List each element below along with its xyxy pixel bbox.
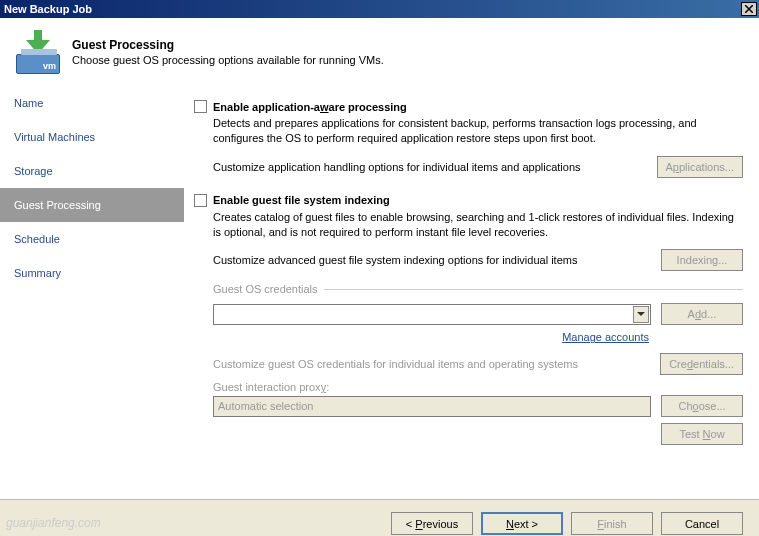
sidebar: Name Virtual Machines Storage Guest Proc…: [0, 86, 184, 499]
close-icon: [745, 5, 753, 13]
titlebar: New Backup Job: [0, 0, 759, 18]
applications-button[interactable]: Applications...: [657, 156, 744, 178]
sidebar-item-guest-processing[interactable]: Guest Processing: [0, 188, 184, 222]
proxy-combobox[interactable]: Automatic selection: [213, 396, 651, 417]
footer: < Previous Next > Finish Cancel: [0, 499, 759, 536]
guest-interaction-proxy-label: Guest interaction proxy:: [213, 381, 743, 393]
page-title: Guest Processing: [72, 38, 384, 52]
backup-icon: vm: [16, 30, 60, 74]
main-panel: Enable application-aware processing Dete…: [184, 86, 759, 499]
choose-proxy-button[interactable]: Choose...: [661, 395, 743, 417]
credentials-dropdown-button[interactable]: [633, 306, 649, 323]
customize-credentials-text: Customize guest OS credentials for indiv…: [213, 358, 578, 370]
app-aware-description: Detects and prepares applications for co…: [213, 116, 743, 146]
enable-indexing-label: Enable guest file system indexing: [213, 194, 390, 206]
test-now-button[interactable]: Test Now: [661, 423, 743, 445]
enable-app-aware-checkbox[interactable]: [194, 100, 207, 113]
manage-accounts-link[interactable]: Manage accounts: [562, 331, 649, 343]
credentials-button[interactable]: Credentials...: [660, 353, 743, 375]
indexing-customize-text: Customize advanced guest file system ind…: [213, 254, 577, 266]
sidebar-item-name[interactable]: Name: [0, 86, 184, 120]
sidebar-item-schedule[interactable]: Schedule: [0, 222, 184, 256]
sidebar-item-storage[interactable]: Storage: [0, 154, 184, 188]
sidebar-item-virtual-machines[interactable]: Virtual Machines: [0, 120, 184, 154]
page-subtitle: Choose guest OS processing options avail…: [72, 54, 384, 66]
chevron-down-icon: [637, 312, 645, 316]
enable-app-aware-label: Enable application-aware processing: [213, 101, 407, 113]
guest-os-credentials-legend: Guest OS credentials: [213, 283, 318, 295]
header: vm Guest Processing Choose guest OS proc…: [0, 18, 759, 86]
add-credentials-button[interactable]: Add...: [661, 303, 743, 325]
indexing-description: Creates catalog of guest files to enable…: [213, 210, 743, 240]
enable-indexing-checkbox[interactable]: [194, 194, 207, 207]
finish-button[interactable]: Finish: [571, 512, 653, 535]
divider: [324, 289, 743, 290]
window-title: New Backup Job: [4, 3, 92, 15]
sidebar-item-summary[interactable]: Summary: [0, 256, 184, 290]
previous-button[interactable]: < Previous: [391, 512, 473, 535]
app-aware-customize-text: Customize application handling options f…: [213, 161, 581, 173]
close-button[interactable]: [741, 2, 757, 16]
cancel-button[interactable]: Cancel: [661, 512, 743, 535]
indexing-button[interactable]: Indexing...: [661, 249, 743, 271]
next-button[interactable]: Next >: [481, 512, 563, 535]
credentials-combobox[interactable]: [213, 304, 651, 325]
